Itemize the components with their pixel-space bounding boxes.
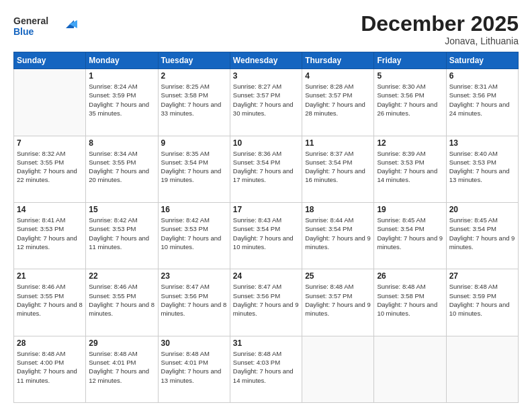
week-row-4: 28Sunrise: 8:48 AMSunset: 4:00 PMDayligh…: [14, 336, 519, 402]
calendar-table: SundayMondayTuesdayWednesdayThursdayFrid…: [13, 52, 519, 403]
day-number: 16: [161, 205, 227, 214]
title-block: December 2025 Jonava, Lithuania: [361, 12, 519, 46]
day-number: 7: [17, 138, 83, 148]
calendar-cell: 19Sunrise: 8:45 AMSunset: 3:54 PMDayligh…: [374, 202, 446, 269]
calendar-cell: 23Sunrise: 8:47 AMSunset: 3:56 PMDayligh…: [158, 269, 230, 336]
logo-svg: General Blue: [13, 12, 81, 39]
cell-sun-info: Sunrise: 8:45 AMSunset: 3:54 PMDaylight:…: [377, 216, 443, 251]
day-number: 28: [17, 338, 83, 348]
calendar-cell: 16Sunrise: 8:42 AMSunset: 3:53 PMDayligh…: [158, 202, 230, 269]
cell-sun-info: Sunrise: 8:48 AMSunset: 3:59 PMDaylight:…: [449, 282, 515, 318]
cell-sun-info: Sunrise: 8:48 AMSunset: 3:58 PMDaylight:…: [377, 282, 443, 318]
calendar-cell: 7Sunrise: 8:32 AMSunset: 3:55 PMDaylight…: [14, 136, 86, 202]
cell-sun-info: Sunrise: 8:48 AMSunset: 4:03 PMDaylight:…: [233, 349, 299, 385]
cell-sun-info: Sunrise: 8:48 AMSunset: 4:01 PMDaylight:…: [89, 349, 154, 385]
day-number: 19: [377, 205, 443, 214]
cell-sun-info: Sunrise: 8:41 AMSunset: 3:53 PMDaylight:…: [17, 216, 83, 251]
calendar-cell: 28Sunrise: 8:48 AMSunset: 4:00 PMDayligh…: [14, 336, 86, 402]
calendar-cell: 2Sunrise: 8:25 AMSunset: 3:58 PMDaylight…: [158, 69, 230, 136]
calendar-cell: [14, 69, 86, 136]
day-number: 31: [233, 338, 299, 348]
svg-text:General: General: [13, 15, 48, 26]
cell-sun-info: Sunrise: 8:45 AMSunset: 3:54 PMDaylight:…: [449, 216, 515, 251]
calendar-cell: 3Sunrise: 8:27 AMSunset: 3:57 PMDaylight…: [230, 69, 302, 136]
day-number: 18: [305, 205, 371, 214]
cell-sun-info: Sunrise: 8:27 AMSunset: 3:57 PMDaylight:…: [233, 82, 299, 118]
calendar-cell: 22Sunrise: 8:46 AMSunset: 3:55 PMDayligh…: [86, 269, 158, 336]
calendar-cell: 31Sunrise: 8:48 AMSunset: 4:03 PMDayligh…: [230, 336, 302, 402]
day-number: 3: [233, 71, 299, 81]
day-number: 29: [89, 338, 154, 348]
day-number: 14: [17, 205, 83, 214]
calendar-cell: 24Sunrise: 8:47 AMSunset: 3:56 PMDayligh…: [230, 269, 302, 336]
calendar-cell: [302, 336, 374, 402]
cell-sun-info: Sunrise: 8:32 AMSunset: 3:55 PMDaylight:…: [17, 149, 83, 185]
cell-sun-info: Sunrise: 8:47 AMSunset: 3:56 PMDaylight:…: [233, 282, 299, 318]
day-number: 6: [449, 71, 515, 81]
cell-sun-info: Sunrise: 8:48 AMSunset: 4:00 PMDaylight:…: [17, 349, 83, 385]
day-number: 8: [89, 138, 154, 148]
cell-sun-info: Sunrise: 8:42 AMSunset: 3:53 PMDaylight:…: [89, 216, 154, 251]
cell-sun-info: Sunrise: 8:46 AMSunset: 3:55 PMDaylight:…: [17, 282, 83, 318]
day-number: 30: [161, 338, 227, 348]
weekday-header-tuesday: Tuesday: [158, 52, 230, 69]
calendar-cell: 26Sunrise: 8:48 AMSunset: 3:58 PMDayligh…: [374, 269, 446, 336]
calendar-cell: [374, 336, 446, 402]
cell-sun-info: Sunrise: 8:47 AMSunset: 3:56 PMDaylight:…: [161, 282, 227, 318]
week-row-2: 14Sunrise: 8:41 AMSunset: 3:53 PMDayligh…: [14, 202, 519, 269]
day-number: 15: [89, 205, 154, 214]
month-title: December 2025: [361, 12, 519, 36]
day-number: 17: [233, 205, 299, 214]
day-number: 20: [449, 205, 515, 214]
day-number: 9: [161, 138, 227, 148]
day-number: 22: [89, 271, 154, 281]
week-row-0: 1Sunrise: 8:24 AMSunset: 3:59 PMDaylight…: [14, 69, 519, 136]
calendar-cell: 9Sunrise: 8:35 AMSunset: 3:54 PMDaylight…: [158, 136, 230, 202]
calendar-cell: 30Sunrise: 8:48 AMSunset: 4:01 PMDayligh…: [158, 336, 230, 402]
calendar-cell: 20Sunrise: 8:45 AMSunset: 3:54 PMDayligh…: [446, 202, 518, 269]
cell-sun-info: Sunrise: 8:42 AMSunset: 3:53 PMDaylight:…: [161, 216, 227, 251]
calendar-cell: [446, 336, 518, 402]
calendar-cell: 12Sunrise: 8:39 AMSunset: 3:53 PMDayligh…: [374, 136, 446, 202]
cell-sun-info: Sunrise: 8:40 AMSunset: 3:53 PMDaylight:…: [449, 149, 515, 185]
page: General Blue December 2025 Jonava, Lithu…: [0, 0, 532, 411]
calendar-cell: 4Sunrise: 8:28 AMSunset: 3:57 PMDaylight…: [302, 69, 374, 136]
header: General Blue December 2025 Jonava, Lithu…: [13, 12, 519, 46]
cell-sun-info: Sunrise: 8:30 AMSunset: 3:56 PMDaylight:…: [377, 82, 443, 118]
calendar-cell: 11Sunrise: 8:37 AMSunset: 3:54 PMDayligh…: [302, 136, 374, 202]
calendar-cell: 21Sunrise: 8:46 AMSunset: 3:55 PMDayligh…: [14, 269, 86, 336]
cell-sun-info: Sunrise: 8:46 AMSunset: 3:55 PMDaylight:…: [89, 282, 154, 318]
calendar-cell: 17Sunrise: 8:43 AMSunset: 3:54 PMDayligh…: [230, 202, 302, 269]
day-number: 4: [305, 71, 371, 81]
calendar-cell: 10Sunrise: 8:36 AMSunset: 3:54 PMDayligh…: [230, 136, 302, 202]
day-number: 1: [89, 71, 154, 81]
week-row-3: 21Sunrise: 8:46 AMSunset: 3:55 PMDayligh…: [14, 269, 519, 336]
calendar-cell: 8Sunrise: 8:34 AMSunset: 3:55 PMDaylight…: [86, 136, 158, 202]
day-number: 2: [161, 71, 227, 81]
weekday-header-saturday: Saturday: [446, 52, 518, 69]
day-number: 12: [377, 138, 443, 148]
weekday-header-thursday: Thursday: [302, 52, 374, 69]
weekday-header-wednesday: Wednesday: [230, 52, 302, 69]
weekday-header-monday: Monday: [86, 52, 158, 69]
cell-sun-info: Sunrise: 8:48 AMSunset: 4:01 PMDaylight:…: [161, 349, 227, 385]
logo-text-block: General Blue: [13, 12, 81, 42]
calendar-cell: 18Sunrise: 8:44 AMSunset: 3:54 PMDayligh…: [302, 202, 374, 269]
weekday-header-row: SundayMondayTuesdayWednesdayThursdayFrid…: [14, 52, 519, 69]
day-number: 10: [233, 138, 299, 148]
cell-sun-info: Sunrise: 8:39 AMSunset: 3:53 PMDaylight:…: [377, 149, 443, 185]
day-number: 13: [449, 138, 515, 148]
day-number: 24: [233, 271, 299, 281]
cell-sun-info: Sunrise: 8:25 AMSunset: 3:58 PMDaylight:…: [161, 82, 227, 118]
calendar-cell: 13Sunrise: 8:40 AMSunset: 3:53 PMDayligh…: [446, 136, 518, 202]
calendar-cell: 1Sunrise: 8:24 AMSunset: 3:59 PMDaylight…: [86, 69, 158, 136]
cell-sun-info: Sunrise: 8:35 AMSunset: 3:54 PMDaylight:…: [161, 149, 227, 185]
cell-sun-info: Sunrise: 8:43 AMSunset: 3:54 PMDaylight:…: [233, 216, 299, 251]
day-number: 27: [449, 271, 515, 281]
calendar-cell: 15Sunrise: 8:42 AMSunset: 3:53 PMDayligh…: [86, 202, 158, 269]
cell-sun-info: Sunrise: 8:31 AMSunset: 3:56 PMDaylight:…: [449, 82, 515, 118]
weekday-header-sunday: Sunday: [14, 52, 86, 69]
cell-sun-info: Sunrise: 8:28 AMSunset: 3:57 PMDaylight:…: [305, 82, 371, 118]
calendar-cell: 5Sunrise: 8:30 AMSunset: 3:56 PMDaylight…: [374, 69, 446, 136]
calendar-cell: 29Sunrise: 8:48 AMSunset: 4:01 PMDayligh…: [86, 336, 158, 402]
